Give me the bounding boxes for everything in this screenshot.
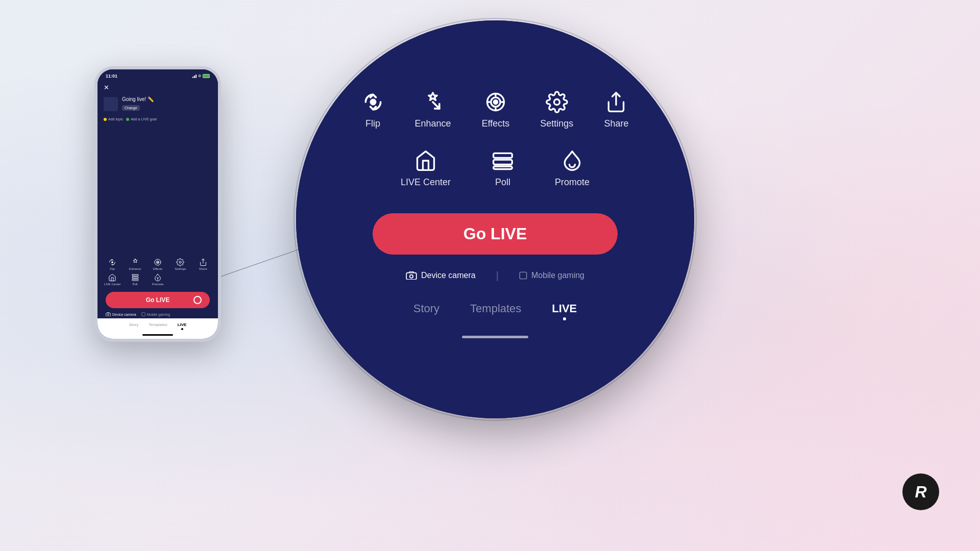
r-logo: R <box>902 473 939 510</box>
zoom-device-camera-option[interactable]: Device camera <box>406 271 476 280</box>
zoom-effects-button[interactable]: Effects <box>482 91 510 129</box>
svg-point-5 <box>157 262 158 263</box>
change-button[interactable]: Change <box>122 105 140 111</box>
active-tab-dot <box>181 328 183 330</box>
zoom-flip-button[interactable]: Flip <box>362 91 384 129</box>
zoom-poll-label: Poll <box>495 177 510 188</box>
live-center-button[interactable]: LIVE Center <box>102 273 123 286</box>
live-title-text: Going live! ✏️ <box>122 96 154 102</box>
zoom-content: Flip Enhance <box>296 20 694 418</box>
zoom-home-bar-wrap <box>462 336 528 338</box>
settings-button[interactable]: Settings <box>169 258 191 270</box>
settings-label: Settings <box>175 267 186 270</box>
zoom-active-tab-dot <box>563 317 566 320</box>
svg-rect-31 <box>520 272 526 279</box>
phone-mockup-small: 11:01 ⊙ ✕ Going live! ✏️ Change Add topi… <box>94 66 221 342</box>
svg-rect-12 <box>141 313 145 316</box>
svg-point-13 <box>371 99 375 104</box>
svg-point-6 <box>179 261 181 263</box>
poll-button[interactable]: Poll <box>124 273 145 286</box>
camera-options: Device camera Mobile gaming <box>97 310 218 318</box>
zoom-settings-label: Settings <box>540 118 573 129</box>
live-title-area: Going live! ✏️ Change <box>97 94 218 115</box>
svg-rect-8 <box>132 277 138 279</box>
svg-rect-27 <box>494 160 512 164</box>
zoom-enhance-button[interactable]: Enhance <box>415 91 451 129</box>
svg-rect-26 <box>494 153 512 158</box>
poll-label: Poll <box>133 283 138 286</box>
zoom-poll-button[interactable]: Poll <box>492 149 514 188</box>
svg-rect-29 <box>406 273 416 280</box>
cam-divider: | <box>496 270 499 282</box>
share-label: Share <box>199 267 207 270</box>
top-bar: ✕ <box>97 81 218 94</box>
svg-point-11 <box>108 314 109 315</box>
svg-point-30 <box>410 275 413 278</box>
zoom-tab-live[interactable]: LIVE <box>552 302 577 320</box>
zoom-share-button[interactable]: Share <box>604 91 628 129</box>
share-button[interactable]: Share <box>192 258 214 270</box>
zoom-live-center-button[interactable]: LIVE Center <box>401 149 451 188</box>
bottom-tabs: Story Templates LIVE <box>97 318 218 332</box>
svg-line-14 <box>433 102 439 109</box>
zoom-home-bar <box>462 336 528 338</box>
enhance-button[interactable]: Enhance <box>124 258 145 270</box>
svg-rect-10 <box>106 313 111 316</box>
device-camera-option[interactable]: Device camera <box>106 312 136 316</box>
zoom-bottom-tabs: Story Templates LIVE <box>413 302 577 320</box>
zoom-icons-row-2: LIVE Center Poll Promote <box>316 149 674 188</box>
zoom-icons-row-1: Flip Enhance <box>316 91 674 129</box>
zoom-flip-label: Flip <box>365 118 380 129</box>
flip-label: Flip <box>110 267 115 270</box>
goal-dot <box>126 118 129 121</box>
svg-point-19 <box>494 100 498 104</box>
signal-bars <box>192 74 197 78</box>
icons-row-2: LIVE Center Poll Promote <box>97 272 218 290</box>
mobile-gaming-option[interactable]: Mobile gaming <box>141 312 170 316</box>
status-icons: ⊙ <box>192 74 210 78</box>
promote-button[interactable]: Promote <box>147 273 168 286</box>
svg-point-2 <box>112 262 113 263</box>
zoom-circle: Flip Enhance <box>296 20 694 418</box>
home-indicator <box>97 332 218 339</box>
avatar-thumbnail <box>104 97 118 111</box>
enhance-label: Enhance <box>129 267 141 270</box>
zoom-camera-options: Device camera | Mobile gaming <box>406 270 584 282</box>
flip-button[interactable]: Flip <box>102 258 123 270</box>
live-indicator <box>193 296 202 304</box>
tab-live-small[interactable]: LIVE <box>178 322 187 330</box>
effects-label: Effects <box>153 267 162 270</box>
close-button[interactable]: ✕ <box>104 84 109 91</box>
home-bar <box>142 334 173 336</box>
battery-icon <box>203 74 210 78</box>
zoom-tab-story[interactable]: Story <box>413 302 439 320</box>
status-bar: 11:01 ⊙ <box>97 69 218 81</box>
svg-rect-9 <box>132 279 138 281</box>
svg-rect-7 <box>132 274 138 276</box>
tab-templates-small[interactable]: Templates <box>149 322 167 330</box>
effects-button[interactable]: Effects <box>147 258 168 270</box>
zoom-enhance-label: Enhance <box>415 118 451 129</box>
zoom-mobile-gaming-option[interactable]: Mobile gaming <box>519 271 584 280</box>
zoom-promote-button[interactable]: Promote <box>555 149 590 188</box>
zoom-tab-templates[interactable]: Templates <box>470 302 521 320</box>
promote-label: Promote <box>152 283 164 286</box>
camera-preview <box>97 123 218 254</box>
add-topic-chip[interactable]: Add topic <box>104 117 123 121</box>
go-live-button-small[interactable]: Go LIVE <box>106 292 210 308</box>
zoom-promote-label: Promote <box>555 177 590 188</box>
live-center-label: LIVE Center <box>104 283 121 286</box>
zoom-live-center-label: LIVE Center <box>401 177 451 188</box>
svg-point-24 <box>554 99 559 105</box>
topic-row: Add topic Add a LIVE goal <box>97 115 218 123</box>
time-display: 11:01 <box>106 73 117 79</box>
zoom-settings-button[interactable]: Settings <box>540 91 573 129</box>
go-live-button-zoom[interactable]: Go LIVE <box>373 213 618 255</box>
zoom-effects-label: Effects <box>482 118 510 129</box>
icons-row-1: Flip Enhance Effects Settings Share <box>97 254 218 272</box>
tab-story-small[interactable]: Story <box>129 322 139 330</box>
zoom-share-label: Share <box>604 118 628 129</box>
topic-dot <box>104 118 107 121</box>
svg-rect-28 <box>494 166 512 169</box>
add-goal-chip[interactable]: Add a LIVE goal <box>126 117 157 121</box>
